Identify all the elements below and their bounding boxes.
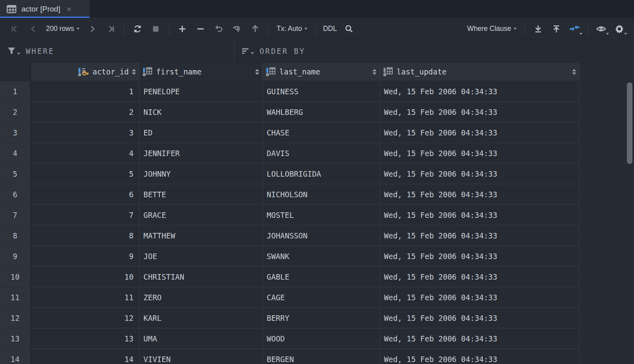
vertical-scrollbar[interactable] [627, 82, 632, 164]
cell-first_name[interactable]: UMA [139, 328, 263, 349]
table-row[interactable]: 99JOESWANKWed, 15 Feb 2006 04:34:33 [0, 246, 634, 267]
sort-arrows-icon[interactable] [132, 69, 136, 75]
next-page-button[interactable] [84, 21, 102, 37]
column-header-actor-id[interactable]: actor_id [31, 63, 139, 81]
add-row-button[interactable] [173, 21, 191, 37]
cell-last_name[interactable]: LOLLOBRIGIDA [263, 164, 380, 184]
row-number[interactable]: 7 [0, 205, 31, 225]
column-header-first-name[interactable]: first_name [139, 63, 263, 81]
table-row[interactable]: 1414VIVIENBERGENWed, 15 Feb 2006 04:34:3… [0, 349, 634, 364]
row-number[interactable]: 6 [0, 184, 31, 205]
cell-last_name[interactable]: JOHANSSON [263, 225, 380, 246]
refresh-button[interactable] [128, 21, 147, 37]
row-number[interactable]: 12 [0, 308, 31, 328]
order-by-field[interactable]: ORDER BY [235, 40, 313, 62]
sort-arrows-icon[interactable] [255, 69, 259, 75]
cell-last_update[interactable]: Wed, 15 Feb 2006 04:34:33 [380, 287, 580, 308]
cell-last_name[interactable]: BERGEN [263, 349, 380, 364]
row-number[interactable]: 8 [0, 225, 31, 246]
cell-last_name[interactable]: WOOD [263, 328, 380, 349]
search-button[interactable] [340, 21, 358, 37]
export-data-button[interactable] [529, 21, 547, 37]
cell-first_name[interactable]: ZERO [139, 287, 263, 308]
row-number[interactable]: 3 [0, 122, 31, 143]
cell-actor_id[interactable]: 2 [31, 102, 139, 122]
compare-data-icon[interactable] [565, 21, 584, 37]
cell-last_name[interactable]: GUINESS [263, 81, 380, 102]
cell-last_name[interactable]: BERRY [263, 308, 380, 328]
row-number[interactable]: 10 [0, 267, 31, 287]
cell-actor_id[interactable]: 12 [31, 308, 139, 328]
cell-first_name[interactable]: PENELOPE [139, 81, 263, 102]
preview-changes-icon[interactable] [228, 21, 246, 37]
cell-actor_id[interactable]: 13 [31, 328, 139, 349]
table-row[interactable]: 66BETTENICHOLSONWed, 15 Feb 2006 04:34:3… [0, 184, 634, 205]
table-row[interactable]: 11PENELOPEGUINESSWed, 15 Feb 2006 04:34:… [0, 81, 634, 102]
stop-button[interactable] [147, 21, 165, 37]
cell-last_update[interactable]: Wed, 15 Feb 2006 04:34:33 [380, 102, 580, 122]
cell-last_update[interactable]: Wed, 15 Feb 2006 04:34:33 [380, 308, 580, 328]
row-number[interactable]: 14 [0, 349, 31, 364]
cell-actor_id[interactable]: 11 [31, 287, 139, 308]
cell-last_name[interactable]: CAGE [263, 287, 380, 308]
row-number[interactable]: 9 [0, 246, 31, 267]
where-filter-field[interactable]: WHERE [0, 40, 235, 62]
previous-page-button[interactable] [24, 21, 42, 37]
tab-close-icon[interactable]: × [65, 4, 73, 14]
cell-last_name[interactable]: NICHOLSON [263, 184, 380, 205]
ddl-button[interactable]: DDL [320, 21, 340, 37]
row-number[interactable]: 1 [0, 81, 31, 102]
table-row[interactable]: 55JOHNNYLOLLOBRIGIDAWed, 15 Feb 2006 04:… [0, 164, 634, 184]
sort-arrows-icon[interactable] [572, 69, 576, 75]
cell-last_update[interactable]: Wed, 15 Feb 2006 04:34:33 [380, 184, 580, 205]
last-page-button[interactable] [102, 21, 120, 37]
cell-last_update[interactable]: Wed, 15 Feb 2006 04:34:33 [380, 164, 580, 184]
cell-first_name[interactable]: BETTE [139, 184, 263, 205]
table-row[interactable]: 44JENNIFERDAVISWed, 15 Feb 2006 04:34:33 [0, 143, 634, 164]
row-number[interactable]: 13 [0, 328, 31, 349]
view-options-icon[interactable] [592, 21, 610, 37]
sort-arrows-icon[interactable] [372, 69, 376, 75]
table-row[interactable]: 1313UMAWOODWed, 15 Feb 2006 04:34:33 [0, 328, 634, 349]
cell-first_name[interactable]: MATTHEW [139, 225, 263, 246]
column-header-last-name[interactable]: last_name [263, 63, 380, 81]
table-row[interactable]: 88MATTHEWJOHANSSONWed, 15 Feb 2006 04:34… [0, 225, 634, 246]
table-row[interactable]: 1111ZEROCAGEWed, 15 Feb 2006 04:34:33 [0, 287, 634, 308]
cell-last_update[interactable]: Wed, 15 Feb 2006 04:34:33 [380, 205, 580, 225]
table-row[interactable]: 33EDCHASEWed, 15 Feb 2006 04:34:33 [0, 122, 634, 143]
cell-last_update[interactable]: Wed, 15 Feb 2006 04:34:33 [380, 246, 580, 267]
cell-last_update[interactable]: Wed, 15 Feb 2006 04:34:33 [380, 349, 580, 364]
cell-last_update[interactable]: Wed, 15 Feb 2006 04:34:33 [380, 267, 580, 287]
table-row[interactable]: 1212KARLBERRYWed, 15 Feb 2006 04:34:33 [0, 308, 634, 328]
delete-row-button[interactable] [191, 21, 210, 37]
cell-actor_id[interactable]: 4 [31, 143, 139, 164]
cell-last_name[interactable]: GABLE [263, 267, 380, 287]
cell-last_update[interactable]: Wed, 15 Feb 2006 04:34:33 [380, 122, 580, 143]
row-number[interactable]: 11 [0, 287, 31, 308]
cell-last_name[interactable]: CHASE [263, 122, 380, 143]
cell-last_name[interactable]: SWANK [263, 246, 380, 267]
cell-actor_id[interactable]: 8 [31, 225, 139, 246]
cell-last_name[interactable]: DAVIS [263, 143, 380, 164]
cell-last_name[interactable]: MOSTEL [263, 205, 380, 225]
column-header-last-update[interactable]: last_update [380, 63, 580, 81]
tab-actor-prod[interactable]: actor [Prod] × [0, 0, 90, 18]
cell-actor_id[interactable]: 10 [31, 267, 139, 287]
submit-button[interactable] [246, 21, 264, 37]
row-number[interactable]: 4 [0, 143, 31, 164]
row-number[interactable]: 2 [0, 102, 31, 122]
cell-actor_id[interactable]: 14 [31, 349, 139, 364]
row-number[interactable]: 5 [0, 164, 31, 184]
cell-first_name[interactable]: JOHNNY [139, 164, 263, 184]
cell-first_name[interactable]: GRACE [139, 205, 263, 225]
cell-first_name[interactable]: VIVIEN [139, 349, 263, 364]
cell-first_name[interactable]: CHRISTIAN [139, 267, 263, 287]
cell-first_name[interactable]: JOE [139, 246, 263, 267]
transaction-mode-selector[interactable]: Tx: Auto [273, 21, 311, 37]
cell-first_name[interactable]: NICK [139, 102, 263, 122]
page-size-selector[interactable]: 200 rows [42, 21, 84, 37]
cell-last_update[interactable]: Wed, 15 Feb 2006 04:34:33 [380, 143, 580, 164]
gutter-header-cell[interactable] [0, 63, 31, 81]
cell-last_update[interactable]: Wed, 15 Feb 2006 04:34:33 [380, 328, 580, 349]
table-row[interactable]: 1010CHRISTIANGABLEWed, 15 Feb 2006 04:34… [0, 267, 634, 287]
